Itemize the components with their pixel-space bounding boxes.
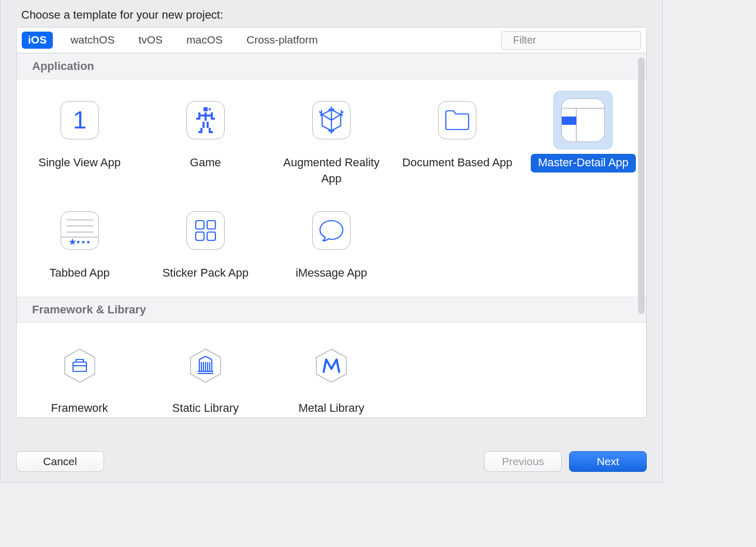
svg-rect-30 xyxy=(196,221,204,229)
single-view-icon: 1 xyxy=(69,108,90,133)
section-application: Application xyxy=(17,53,646,79)
tab-tvos[interactable]: tvOS xyxy=(132,32,169,49)
template-chooser-window: Choose a template for your new project: … xyxy=(0,0,663,483)
document-icon xyxy=(444,109,470,131)
svg-point-29 xyxy=(87,241,90,243)
svg-rect-32 xyxy=(196,232,204,240)
framework-grid: Framework xyxy=(17,323,646,418)
next-button[interactable]: Next xyxy=(569,451,647,472)
template-label: Metal Library xyxy=(291,399,371,418)
tabbed-icon: ★ xyxy=(61,211,98,250)
dialog-footer: Cancel Previous Next xyxy=(1,441,662,482)
tab-macos[interactable]: macOS xyxy=(180,32,229,49)
platform-tabs: iOS watchOS tvOS macOS Cross-platform xyxy=(17,27,646,53)
template-sheet: iOS watchOS tvOS macOS Cross-platform Ap… xyxy=(16,27,647,418)
svg-rect-5 xyxy=(203,107,208,111)
previous-button[interactable]: Previous xyxy=(484,451,562,472)
template-label: Augmented Reality App xyxy=(268,154,394,189)
framework-icon xyxy=(61,347,99,385)
sticker-icon xyxy=(194,219,217,242)
template-label: Master-Detail App xyxy=(531,154,636,172)
filter-field[interactable] xyxy=(501,31,641,50)
ar-icon xyxy=(318,107,345,134)
svg-text:★: ★ xyxy=(68,237,76,247)
svg-rect-21 xyxy=(562,117,576,125)
tab-cross-platform[interactable]: Cross-platform xyxy=(240,32,324,49)
svg-rect-9 xyxy=(198,112,200,120)
template-document-based-app[interactable]: Document Based App xyxy=(395,88,520,189)
template-sticker-pack-app[interactable]: Sticker Pack App xyxy=(142,198,268,283)
svg-text:1: 1 xyxy=(72,108,86,133)
svg-point-28 xyxy=(82,241,84,243)
template-static-library[interactable]: Static Library xyxy=(142,333,268,418)
game-icon xyxy=(193,107,218,133)
metal-library-icon xyxy=(312,347,351,385)
template-master-detail-app[interactable]: Master-Detail App xyxy=(520,88,646,189)
template-label: Game xyxy=(183,154,228,172)
svg-rect-11 xyxy=(196,118,198,120)
svg-rect-33 xyxy=(207,232,215,240)
template-metal-library[interactable]: Metal Library xyxy=(268,333,394,418)
filter-input[interactable] xyxy=(512,34,645,47)
imessage-icon xyxy=(318,219,345,242)
template-label: Sticker Pack App xyxy=(155,264,256,283)
static-library-icon xyxy=(186,347,225,385)
application-grid: 1 Single View App xyxy=(17,79,646,297)
template-tabbed-app[interactable]: ★ Tabbed App xyxy=(17,198,142,283)
master-detail-icon xyxy=(562,99,605,142)
tab-watchos[interactable]: watchOS xyxy=(64,32,121,49)
tab-ios[interactable]: iOS xyxy=(22,32,53,49)
svg-rect-12 xyxy=(213,118,215,120)
template-framework[interactable]: Framework xyxy=(17,333,142,418)
svg-point-27 xyxy=(77,241,79,243)
template-label: iMessage App xyxy=(288,264,374,283)
svg-rect-14 xyxy=(207,122,209,128)
svg-rect-31 xyxy=(207,221,215,229)
template-augmented-reality-app[interactable]: Augmented Reality App xyxy=(268,88,394,189)
svg-rect-10 xyxy=(211,112,213,120)
scrollbar[interactable] xyxy=(638,57,645,314)
svg-rect-6 xyxy=(209,108,211,110)
template-single-view-app[interactable]: 1 Single View App xyxy=(17,88,142,189)
dialog-title: Choose a template for your new project: xyxy=(1,0,662,27)
template-label: Single View App xyxy=(31,154,128,172)
template-game[interactable]: Game xyxy=(142,88,268,189)
template-label: Tabbed App xyxy=(42,264,117,283)
template-imessage-app[interactable]: iMessage App xyxy=(268,198,394,283)
svg-rect-16 xyxy=(209,128,211,131)
svg-rect-15 xyxy=(200,128,202,131)
svg-rect-13 xyxy=(202,122,205,128)
svg-rect-18 xyxy=(209,131,213,133)
svg-rect-17 xyxy=(198,131,202,133)
template-label: Document Based App xyxy=(395,154,520,172)
svg-rect-8 xyxy=(200,114,211,117)
template-label: Static Library xyxy=(165,399,246,418)
section-framework: Framework & Library xyxy=(17,297,646,323)
cancel-button[interactable]: Cancel xyxy=(16,451,104,472)
template-label: Framework xyxy=(44,399,115,418)
